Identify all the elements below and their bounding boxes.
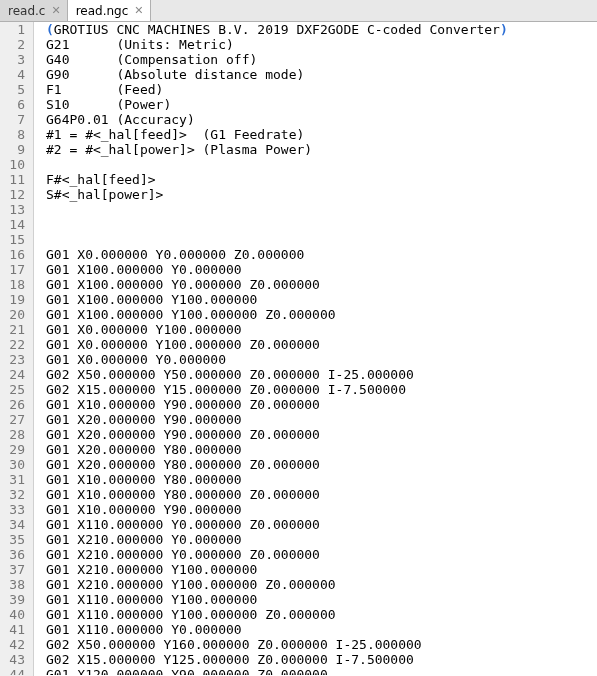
line-number: 12 xyxy=(4,187,25,202)
line-number-gutter: 1234567891011121314151617181920212223242… xyxy=(0,22,34,676)
code-line[interactable]: G01 X20.000000 Y90.000000 xyxy=(46,412,597,427)
code-area[interactable]: (GROTIUS CNC MACHINES B.V. 2019 DXF2GODE… xyxy=(34,22,597,676)
line-number: 42 xyxy=(4,637,25,652)
line-number: 19 xyxy=(4,292,25,307)
line-number: 6 xyxy=(4,97,25,112)
line-number: 41 xyxy=(4,622,25,637)
code-line[interactable]: S10 (Power) xyxy=(46,97,597,112)
code-line[interactable]: G01 X20.000000 Y80.000000 Z0.000000 xyxy=(46,457,597,472)
code-line[interactable]: G01 X10.000000 Y80.000000 xyxy=(46,472,597,487)
code-line[interactable]: F#<_hal[feed]> xyxy=(46,172,597,187)
code-line[interactable]: G01 X0.000000 Y100.000000 Z0.000000 xyxy=(46,337,597,352)
code-line[interactable]: G01 X120.000000 Y90.000000 Z0.000000 xyxy=(46,667,597,675)
line-number: 4 xyxy=(4,67,25,82)
line-number: 7 xyxy=(4,112,25,127)
code-line[interactable]: G01 X10.000000 Y90.000000 Z0.000000 xyxy=(46,397,597,412)
line-number: 24 xyxy=(4,367,25,382)
line-number: 40 xyxy=(4,607,25,622)
code-line[interactable]: G01 X0.000000 Y0.000000 xyxy=(46,352,597,367)
line-number: 9 xyxy=(4,142,25,157)
code-line[interactable]: G01 X110.000000 Y100.000000 xyxy=(46,592,597,607)
code-line[interactable]: F1 (Feed) xyxy=(46,82,597,97)
code-line[interactable]: G01 X0.000000 Y0.000000 Z0.000000 xyxy=(46,247,597,262)
code-line[interactable]: G01 X10.000000 Y90.000000 xyxy=(46,502,597,517)
tab-read-c[interactable]: read.c✕ xyxy=(0,0,68,21)
line-number: 2 xyxy=(4,37,25,52)
code-line[interactable]: G01 X0.000000 Y100.000000 xyxy=(46,322,597,337)
line-number: 15 xyxy=(4,232,25,247)
tab-read-ngc[interactable]: read.ngc✕ xyxy=(68,0,151,21)
line-number: 26 xyxy=(4,397,25,412)
line-number: 18 xyxy=(4,277,25,292)
line-number: 33 xyxy=(4,502,25,517)
code-line[interactable]: G40 (Compensation off) xyxy=(46,52,597,67)
code-line[interactable] xyxy=(46,217,597,232)
code-line[interactable]: G01 X210.000000 Y0.000000 xyxy=(46,532,597,547)
line-number: 39 xyxy=(4,592,25,607)
line-number: 32 xyxy=(4,487,25,502)
code-line[interactable]: G01 X210.000000 Y100.000000 Z0.000000 xyxy=(46,577,597,592)
tab-label: read.c xyxy=(8,4,45,18)
code-line[interactable]: G02 X50.000000 Y50.000000 Z0.000000 I-25… xyxy=(46,367,597,382)
line-number: 22 xyxy=(4,337,25,352)
code-line[interactable]: G01 X110.000000 Y100.000000 Z0.000000 xyxy=(46,607,597,622)
tab-label: read.ngc xyxy=(76,4,129,18)
line-number: 31 xyxy=(4,472,25,487)
line-number: 11 xyxy=(4,172,25,187)
code-line[interactable]: G01 X210.000000 Y100.000000 xyxy=(46,562,597,577)
code-line[interactable]: G01 X10.000000 Y80.000000 Z0.000000 xyxy=(46,487,597,502)
code-line[interactable]: G01 X20.000000 Y90.000000 Z0.000000 xyxy=(46,427,597,442)
code-line[interactable]: #2 = #<_hal[power]> (Plasma Power) xyxy=(46,142,597,157)
code-line[interactable]: #1 = #<_hal[feed]> (G1 Feedrate) xyxy=(46,127,597,142)
code-line[interactable] xyxy=(46,232,597,247)
line-number: 1 xyxy=(4,22,25,37)
close-icon[interactable]: ✕ xyxy=(51,5,60,16)
line-number: 38 xyxy=(4,577,25,592)
code-line[interactable]: G21 (Units: Metric) xyxy=(46,37,597,52)
line-number: 23 xyxy=(4,352,25,367)
line-number: 14 xyxy=(4,217,25,232)
tab-bar: read.c✕read.ngc✕ xyxy=(0,0,597,22)
line-number: 35 xyxy=(4,532,25,547)
code-line[interactable]: G01 X20.000000 Y80.000000 xyxy=(46,442,597,457)
line-number: 10 xyxy=(4,157,25,172)
code-line[interactable]: G02 X50.000000 Y160.000000 Z0.000000 I-2… xyxy=(46,637,597,652)
code-line[interactable]: G02 X15.000000 Y15.000000 Z0.000000 I-7.… xyxy=(46,382,597,397)
line-number: 43 xyxy=(4,652,25,667)
line-number: 20 xyxy=(4,307,25,322)
code-line[interactable]: (GROTIUS CNC MACHINES B.V. 2019 DXF2GODE… xyxy=(46,22,597,37)
line-number: 13 xyxy=(4,202,25,217)
line-number: 30 xyxy=(4,457,25,472)
line-number: 3 xyxy=(4,52,25,67)
line-number: 27 xyxy=(4,412,25,427)
line-number: 17 xyxy=(4,262,25,277)
paren-close: ) xyxy=(500,22,508,37)
code-line[interactable]: G90 (Absolute distance mode) xyxy=(46,67,597,82)
line-number: 16 xyxy=(4,247,25,262)
line-number: 21 xyxy=(4,322,25,337)
line-number: 37 xyxy=(4,562,25,577)
code-line[interactable]: G01 X100.000000 Y100.000000 xyxy=(46,292,597,307)
line-number: 25 xyxy=(4,382,25,397)
code-line[interactable]: G02 X15.000000 Y125.000000 Z0.000000 I-7… xyxy=(46,652,597,667)
line-number: 36 xyxy=(4,547,25,562)
code-line[interactable] xyxy=(46,202,597,217)
line-number: 29 xyxy=(4,442,25,457)
editor: 1234567891011121314151617181920212223242… xyxy=(0,22,597,676)
line-number: 5 xyxy=(4,82,25,97)
code-line[interactable]: G01 X110.000000 Y0.000000 xyxy=(46,622,597,637)
close-icon[interactable]: ✕ xyxy=(134,5,143,16)
line-number: 8 xyxy=(4,127,25,142)
code-line[interactable]: G64P0.01 (Accuracy) xyxy=(46,112,597,127)
line-number: 28 xyxy=(4,427,25,442)
code-line[interactable]: G01 X110.000000 Y0.000000 Z0.000000 xyxy=(46,517,597,532)
code-line[interactable]: G01 X210.000000 Y0.000000 Z0.000000 xyxy=(46,547,597,562)
paren-open: ( xyxy=(46,22,54,37)
code-line[interactable]: G01 X100.000000 Y100.000000 Z0.000000 xyxy=(46,307,597,322)
code-line[interactable]: S#<_hal[power]> xyxy=(46,187,597,202)
code-line[interactable] xyxy=(46,157,597,172)
line-number: 34 xyxy=(4,517,25,532)
line-number: 44 xyxy=(4,667,25,675)
code-line[interactable]: G01 X100.000000 Y0.000000 Z0.000000 xyxy=(46,277,597,292)
code-line[interactable]: G01 X100.000000 Y0.000000 xyxy=(46,262,597,277)
